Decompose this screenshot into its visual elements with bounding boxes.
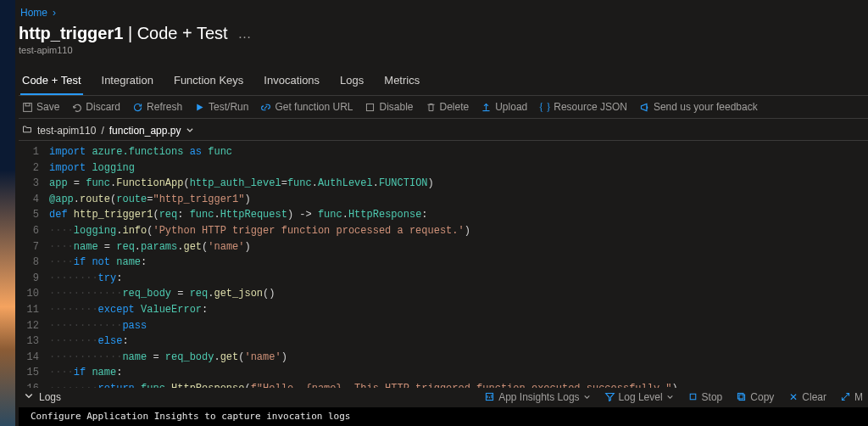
- copy-icon: [736, 391, 747, 402]
- resource-json-button[interactable]: { } Resource JSON: [539, 101, 627, 113]
- more-actions-button[interactable]: …: [235, 26, 255, 42]
- tab-metrics[interactable]: Metrics: [382, 69, 421, 95]
- page-title-name: http_trigger1: [19, 24, 123, 42]
- delete-label: Delete: [440, 101, 470, 113]
- app-insights-logs-button[interactable]: App Insights Logs: [484, 391, 590, 403]
- chevron-down-icon: [583, 391, 591, 403]
- svg-rect-0: [24, 103, 32, 111]
- undo-icon: [71, 102, 82, 113]
- tab-function-keys[interactable]: Function Keys: [172, 69, 245, 95]
- logs-label: Logs: [39, 391, 61, 403]
- save-label: Save: [36, 101, 59, 113]
- refresh-icon: [132, 102, 143, 113]
- tabs: Code + TestIntegrationFunction KeysInvoc…: [19, 69, 868, 96]
- tab-invocations[interactable]: Invocations: [262, 69, 321, 95]
- svg-rect-2: [367, 104, 374, 110]
- expand-button[interactable]: M: [840, 391, 863, 403]
- path-sep: /: [101, 125, 103, 137]
- svg-rect-1: [25, 103, 30, 105]
- chevron-down-icon: [186, 125, 194, 137]
- feedback-button[interactable]: Send us your feedback: [639, 101, 758, 113]
- logs-output: Configure Application Insights to captur…: [19, 407, 868, 426]
- insights-icon: [484, 391, 495, 402]
- page-subtitle: test-apim110: [19, 43, 868, 55]
- link-icon: [260, 102, 271, 113]
- discard-label: Discard: [86, 101, 120, 113]
- tab-logs[interactable]: Logs: [338, 69, 365, 95]
- tab-integration[interactable]: Integration: [100, 69, 155, 95]
- filter-icon: [604, 391, 615, 402]
- app-insights-label: App Insights Logs: [498, 391, 579, 403]
- file-path-selector[interactable]: test-apim110 / function_app.py: [19, 119, 868, 140]
- page-title: http_trigger1 | Code + Test: [19, 24, 228, 43]
- breadcrumb-home[interactable]: Home: [20, 7, 47, 19]
- expand-icon: [840, 391, 851, 402]
- get-function-url-button[interactable]: Get function URL: [260, 101, 353, 113]
- chevron-down-icon: [666, 391, 674, 403]
- code-body[interactable]: import azure.functions as funcimport log…: [47, 141, 678, 388]
- logs-toggle[interactable]: Logs: [24, 390, 61, 403]
- toolbar: Save Discard Refresh Test/Run Get functi…: [19, 96, 868, 119]
- chevron-right-icon: ›: [53, 7, 56, 19]
- stop-button[interactable]: Stop: [687, 391, 723, 403]
- code-editor[interactable]: 12345678910111213141516171819202122 impo…: [19, 140, 868, 388]
- megaphone-icon: [639, 102, 650, 113]
- braces-icon: { }: [539, 102, 550, 113]
- copy-label: Copy: [750, 391, 774, 403]
- expand-label: M: [854, 391, 863, 403]
- svg-rect-4: [690, 394, 696, 400]
- tab-code-test[interactable]: Code + Test: [20, 69, 83, 95]
- page-title-sep: |: [123, 24, 136, 42]
- play-icon: [194, 102, 205, 113]
- clear-label: Clear: [802, 391, 826, 403]
- copy-button[interactable]: Copy: [736, 391, 774, 403]
- clear-icon: ✕: [787, 391, 798, 402]
- disable-icon: [364, 102, 376, 113]
- save-icon: [22, 102, 33, 113]
- disable-label: Disable: [379, 101, 413, 113]
- feedback-label: Send us your feedback: [654, 101, 758, 113]
- discard-button[interactable]: Discard: [71, 101, 120, 113]
- folder-icon: [22, 124, 32, 137]
- chevron-down-icon: [24, 390, 34, 403]
- stop-label: Stop: [702, 391, 723, 403]
- get-function-url-label: Get function URL: [275, 101, 353, 113]
- breadcrumb: Home ›: [19, 5, 868, 20]
- file-name: function_app.py: [109, 125, 181, 137]
- delete-button[interactable]: Delete: [426, 101, 470, 113]
- upload-icon: [481, 102, 492, 113]
- file-project: test-apim110: [37, 125, 96, 137]
- refresh-button[interactable]: Refresh: [132, 101, 182, 113]
- refresh-label: Refresh: [147, 101, 182, 113]
- page-title-section: Code + Test: [137, 24, 228, 42]
- clear-button[interactable]: ✕ Clear: [787, 391, 826, 403]
- svg-rect-6: [738, 393, 744, 399]
- save-button[interactable]: Save: [22, 101, 59, 113]
- stop-icon: [687, 391, 698, 402]
- logs-bar: Logs App Insights Logs Log Level Stop Co…: [19, 385, 868, 407]
- resource-json-label: Resource JSON: [554, 101, 627, 113]
- line-number-gutter: 12345678910111213141516171819202122: [19, 141, 47, 388]
- test-run-label: Test/Run: [209, 101, 248, 113]
- test-run-button[interactable]: Test/Run: [194, 101, 248, 113]
- disable-button[interactable]: Disable: [364, 101, 413, 113]
- log-level-label: Log Level: [619, 391, 663, 403]
- svg-rect-5: [739, 395, 745, 401]
- log-level-button[interactable]: Log Level: [604, 391, 674, 403]
- trash-icon: [426, 102, 437, 113]
- upload-button[interactable]: Upload: [481, 101, 527, 113]
- upload-label: Upload: [495, 101, 527, 113]
